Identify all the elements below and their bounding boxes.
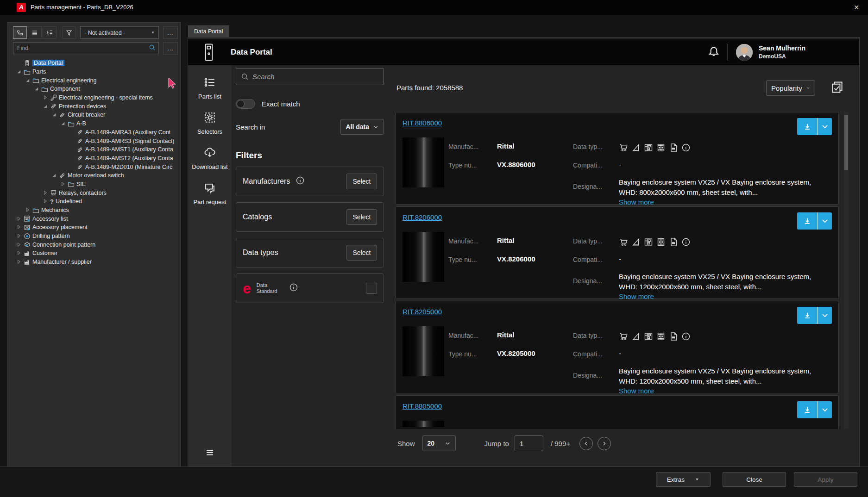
tree-item-parts[interactable]: Parts	[9, 68, 179, 76]
data-standard-checkbox[interactable]	[366, 283, 377, 294]
show-more-link[interactable]: Show more	[619, 292, 654, 300]
previous-page-button[interactable]	[579, 437, 593, 450]
search-in-dropdown[interactable]: All data	[340, 119, 384, 135]
multi-select-icon[interactable]	[831, 81, 843, 95]
list-view-button[interactable]	[28, 26, 42, 39]
show-more-link[interactable]: Show more	[619, 198, 654, 206]
expander-closed-icon[interactable]	[16, 216, 22, 222]
tree-item-circuit-breaker[interactable]: Circuit breaker	[9, 111, 179, 119]
expander-placeholder	[16, 60, 22, 66]
tree-list-view-button[interactable]	[43, 26, 57, 39]
scrollbar-thumb[interactable]	[844, 115, 848, 170]
download-button[interactable]	[797, 118, 818, 135]
nav-download-list[interactable]: Download list	[189, 147, 231, 171]
tree-item-electrical-engineering[interactable]: Electrical engineering	[9, 76, 179, 85]
filter-scheme-dropdown[interactable]: - Not activated - ▼	[80, 26, 159, 39]
rail-menu-button[interactable]	[188, 447, 232, 458]
tree-item-mechanics[interactable]: Mechanics	[9, 206, 179, 215]
select-button[interactable]: Select	[346, 174, 377, 189]
expander-closed-icon[interactable]	[16, 233, 22, 239]
tree-item-connection-point-pattern[interactable]: Connection point pattern	[9, 240, 179, 249]
window-close-button[interactable]: ✕	[851, 3, 862, 12]
download-button[interactable]	[797, 401, 818, 418]
download-button[interactable]	[797, 307, 818, 324]
tree-item-data-portal[interactable]: Data Portal	[9, 59, 179, 68]
page-size-dropdown[interactable]: 20	[422, 435, 456, 451]
info-icon[interactable]	[681, 332, 691, 343]
expander-open-icon[interactable]	[51, 112, 57, 118]
expander-closed-icon[interactable]	[16, 259, 22, 265]
download-options-button[interactable]	[818, 118, 832, 135]
close-button[interactable]: Close	[723, 472, 786, 487]
tab-data-portal[interactable]: Data Portal	[188, 25, 229, 37]
info-icon[interactable]	[296, 176, 305, 187]
part-number-link[interactable]: RIT.8206000	[403, 213, 442, 221]
tree-item-motor-overload-switch[interactable]: Motor overload switch	[9, 171, 179, 180]
panel-splitter[interactable]	[182, 22, 187, 487]
tree-item-customer[interactable]: Customer	[9, 249, 179, 258]
tree-item-component[interactable]: Component	[9, 85, 179, 93]
expander-closed-icon[interactable]	[60, 181, 66, 187]
tree-view-button[interactable]	[13, 26, 27, 39]
tree-item-a-b-1489-amra3-auxiliary-cont[interactable]: A-B.1489-AMRA3 (Auxiliary Cont	[9, 128, 179, 137]
select-button[interactable]: Select	[346, 209, 377, 225]
expander-closed-icon[interactable]	[43, 95, 48, 100]
part-number-link[interactable]: RIT.8805000	[403, 402, 442, 410]
tree-item-accessory-placement[interactable]: Accessory placement	[9, 223, 179, 232]
tree-item-accessory-list[interactable]: Accessory list	[9, 214, 179, 223]
tree-item-electrical-engineering-special-items[interactable]: Electrical engineering - special items	[9, 93, 179, 102]
expander-open-icon[interactable]	[43, 104, 48, 109]
tree-item-drilling-pattern[interactable]: Drilling pattern	[9, 232, 179, 241]
filter-button[interactable]	[62, 26, 76, 39]
tree-item-a-b[interactable]: A-B	[9, 119, 179, 128]
user-avatar[interactable]	[736, 44, 753, 61]
info-icon[interactable]	[681, 143, 691, 154]
tree-item-a-b-1489-amst2-auxiliary-conta[interactable]: A-B.1489-AMST2 (Auxiliary Conta	[9, 154, 179, 163]
exact-match-toggle[interactable]	[236, 99, 255, 109]
portal-search-input[interactable]	[252, 73, 379, 81]
nav-parts-list[interactable]: Parts list	[189, 76, 231, 100]
search-icon[interactable]	[149, 44, 158, 53]
download-options-button[interactable]	[818, 401, 832, 418]
tree-item-sie[interactable]: SIE	[9, 180, 179, 189]
select-button[interactable]: Select	[346, 245, 377, 261]
expander-closed-icon[interactable]	[43, 190, 48, 196]
find-input[interactable]	[13, 45, 149, 51]
expander-closed-icon[interactable]	[25, 207, 31, 213]
tree-item-relays-contactors[interactable]: Relays, contactors	[9, 188, 179, 197]
tree-item-protection-devices[interactable]: Protection devices	[9, 102, 179, 111]
expander-closed-icon[interactable]	[16, 242, 22, 248]
extras-button[interactable]: Extras	[656, 472, 711, 487]
expander-open-icon[interactable]	[51, 173, 57, 178]
tree-item-label: Connection point pattern	[32, 242, 95, 248]
sort-dropdown[interactable]: Popularity	[766, 80, 815, 96]
tree-item-a-b-1489-amrs3-signal-contact[interactable]: A-B.1489-AMRS3 (Signal Contact)	[9, 137, 179, 145]
expander-open-icon[interactable]	[60, 121, 66, 126]
tree-item-manufacturer-supplier[interactable]: Manufacturer / supplier	[9, 258, 179, 267]
nav-selectors[interactable]: Selectors	[189, 112, 231, 136]
find-more-button[interactable]: ...	[163, 42, 178, 55]
download-options-button[interactable]	[818, 307, 832, 324]
info-icon[interactable]	[289, 283, 298, 294]
results-scrollbar[interactable]	[844, 112, 849, 429]
tree-item-undefined[interactable]: ?Undefined	[9, 197, 179, 206]
part-number-link[interactable]: RIT.8205000	[403, 308, 442, 316]
info-icon[interactable]	[681, 237, 691, 248]
download-options-button[interactable]	[818, 212, 832, 230]
nav-part-request[interactable]: Part request	[189, 182, 231, 206]
tree-item-a-b-1489-m2d010-miniature-circ[interactable]: A-B.1489-M2D010 (Miniature Circ	[9, 162, 179, 171]
expander-closed-icon[interactable]	[16, 250, 22, 256]
jump-to-input[interactable]	[515, 435, 543, 451]
expander-open-icon[interactable]	[16, 69, 22, 75]
expander-open-icon[interactable]	[34, 86, 39, 92]
next-page-button[interactable]	[598, 437, 611, 450]
show-more-link[interactable]: Show more	[619, 387, 654, 395]
more-options-button[interactable]: ...	[163, 26, 178, 39]
part-number-link[interactable]: RIT.8806000	[403, 119, 442, 127]
expander-closed-icon[interactable]	[43, 199, 48, 204]
download-button[interactable]	[797, 212, 818, 230]
tree-item-a-b-1489-amst1-auxiliary-conta[interactable]: A-B.1489-AMST1 (Auxiliary Conta	[9, 145, 179, 154]
expander-open-icon[interactable]	[25, 78, 31, 83]
notifications-bell-icon[interactable]	[708, 46, 720, 60]
expander-closed-icon[interactable]	[16, 224, 22, 230]
